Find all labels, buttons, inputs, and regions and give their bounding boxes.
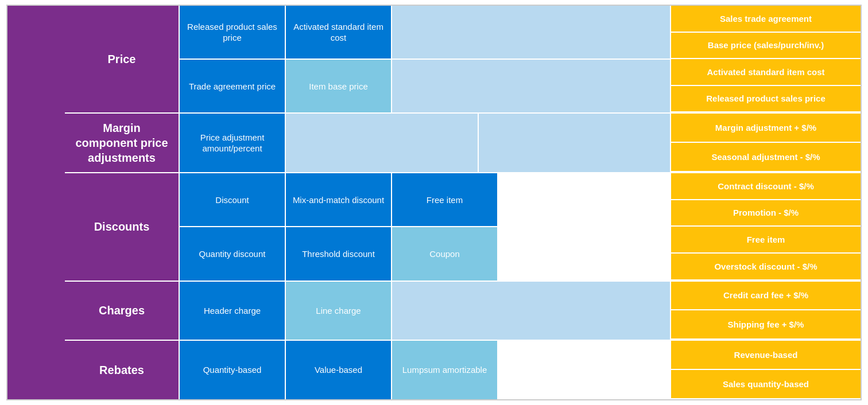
cell-discounts-1-1: Threshold discount: [286, 227, 392, 280]
cell-price-1-1: Item base price: [286, 60, 392, 112]
mid-row-price-1: Trade agreement priceItem base price: [180, 59, 671, 112]
category-label-discounts: Discounts: [94, 219, 150, 234]
cell-price-0-0: Released product sales price: [180, 6, 286, 59]
cell-rebates-0-1: Value-based: [286, 341, 392, 399]
right-group-discounts: Contract discount - $/%Promotion - $/%Fr…: [671, 173, 861, 280]
right-item-discounts-1: Promotion - $/%: [671, 200, 861, 227]
category-price: Price: [65, 6, 180, 112]
right-item-price-3: Released product sales price: [671, 86, 861, 113]
cell-discounts-0-1: Mix-and-match discount: [286, 173, 392, 226]
mid-area-discounts: DiscountMix-and-match discountFree itemQ…: [180, 173, 671, 280]
cell-price-1-2: [392, 60, 671, 112]
right-item-margin-1: Seasonal adjustment - $/%: [671, 143, 861, 172]
right-item-margin-0: Margin adjustment + $/%: [671, 114, 861, 143]
mid-row-rebates-0: Quantity-basedValue-basedLumpsum amortiz…: [180, 341, 671, 399]
cell-rebates-0-2: Lumpsum amortizable: [392, 341, 498, 399]
row-price: PriceReleased product sales priceActivat…: [65, 6, 861, 114]
category-rebates: Rebates: [65, 341, 180, 399]
cell-discounts-0-2: Free item: [392, 173, 498, 226]
mid-area-margin: Price adjustment amount/percent: [180, 114, 671, 172]
right-item-price-1: Base price (sales/purch/inv.): [671, 33, 861, 60]
row-margin: Margin component price adjustmentsPrice …: [65, 114, 861, 173]
main-content: PriceReleased product sales priceActivat…: [65, 6, 861, 399]
right-item-charges-0: Credit card fee + $/%: [671, 282, 861, 311]
cell-charges-0-1: Line charge: [286, 282, 392, 340]
row-charges: ChargesHeader chargeLine chargeCredit ca…: [65, 282, 861, 341]
mid-row-margin-0: Price adjustment amount/percent: [180, 114, 671, 172]
cell-price-0-1: Activated standard item cost: [286, 6, 392, 59]
mid-row-charges-0: Header chargeLine charge: [180, 282, 671, 340]
right-item-discounts-2: Free item: [671, 227, 861, 254]
cell-margin-0-2: [479, 114, 672, 172]
cell-discounts-1-0: Quantity discount: [180, 227, 286, 280]
right-item-discounts-0: Contract discount - $/%: [671, 173, 861, 200]
right-item-price-2: Activated standard item cost: [671, 59, 861, 86]
category-charges: Charges: [65, 282, 180, 340]
mid-row-discounts-0: DiscountMix-and-match discountFree item: [180, 173, 671, 226]
cell-margin-0-0: Price adjustment amount/percent: [180, 114, 286, 172]
cell-charges-0-0: Header charge: [180, 282, 286, 340]
cell-margin-0-1: [286, 114, 479, 172]
right-group-rebates: Revenue-basedSales quantity-based: [671, 341, 861, 399]
category-label-margin: Margin component price adjustments: [72, 120, 172, 165]
cell-discounts-0-0: Discount: [180, 173, 286, 226]
cell-price-1-0: Trade agreement price: [180, 60, 286, 112]
mid-row-price-0: Released product sales priceActivated st…: [180, 6, 671, 59]
category-label-price: Price: [108, 52, 136, 67]
cell-price-0-2: [392, 6, 671, 59]
right-item-discounts-3: Overstock discount - $/%: [671, 254, 861, 281]
cell-charges-0-2: [392, 282, 671, 340]
right-item-price-0: Sales trade agreement: [671, 6, 861, 33]
mid-row-discounts-1: Quantity discountThreshold discountCoupo…: [180, 226, 671, 280]
category-margin: Margin component price adjustments: [65, 114, 180, 172]
right-group-charges: Credit card fee + $/%Shipping fee + $/%: [671, 282, 861, 340]
category-discounts: Discounts: [65, 173, 180, 280]
row-rebates: RebatesQuantity-basedValue-basedLumpsum …: [65, 341, 861, 399]
mid-area-rebates: Quantity-basedValue-basedLumpsum amortiz…: [180, 341, 671, 399]
right-item-rebates-1: Sales quantity-based: [671, 370, 861, 399]
right-item-rebates-0: Revenue-based: [671, 341, 861, 370]
category-label-charges: Charges: [99, 303, 145, 318]
diagram: PriceReleased product sales priceActivat…: [6, 5, 862, 400]
right-group-price: Sales trade agreementBase price (sales/p…: [671, 6, 861, 112]
category-label-rebates: Rebates: [99, 363, 144, 377]
cell-rebates-0-0: Quantity-based: [180, 341, 286, 399]
mid-area-charges: Header chargeLine charge: [180, 282, 671, 340]
mid-area-price: Released product sales priceActivated st…: [180, 6, 671, 112]
right-item-charges-1: Shipping fee + $/%: [671, 310, 861, 340]
row-discounts: DiscountsDiscountMix-and-match discountF…: [65, 173, 861, 281]
cell-discounts-1-2: Coupon: [392, 227, 498, 280]
left-label: [7, 6, 65, 399]
right-group-margin: Margin adjustment + $/%Seasonal adjustme…: [671, 114, 861, 172]
